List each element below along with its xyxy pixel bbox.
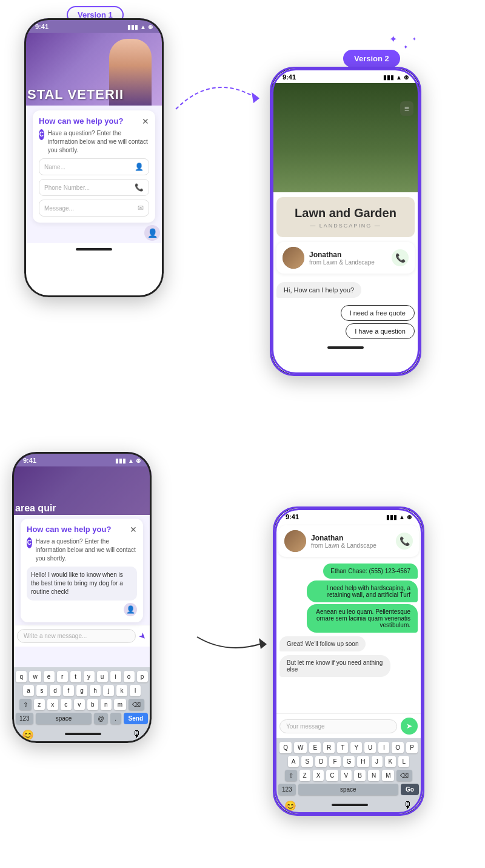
key4-X[interactable]: X [313, 770, 324, 781]
phone2-option1[interactable]: I need a free quote [341, 305, 415, 321]
version2-badge: Version 2 [343, 50, 400, 67]
phone4-msg3-row: Aenean eu leo quam. Pellentesque ornare … [275, 604, 423, 633]
key-q[interactable]: q [16, 671, 27, 682]
phone3-send-icon[interactable]: ➤ [137, 630, 149, 642]
phone4-row3: ⇧ Z X C V B N M ⌫ [277, 770, 420, 781]
key-shift[interactable]: ⇧ [19, 699, 32, 710]
key-r[interactable]: r [57, 671, 68, 682]
key4-T[interactable]: T [337, 742, 348, 753]
phone1-hero: STAL VETERII [24, 33, 164, 106]
key4-U[interactable]: U [364, 742, 376, 753]
phone1-vet-text: STAL VETERII [27, 87, 124, 103]
key4-shift[interactable]: ⇧ [285, 770, 297, 781]
key4-B[interactable]: B [354, 770, 366, 781]
key-space[interactable]: space [36, 713, 92, 724]
key-c[interactable]: c [61, 699, 72, 710]
key4-delete[interactable]: ⌫ [396, 770, 412, 781]
phone1-home [24, 243, 164, 255]
phone2-option2[interactable]: I have a question [346, 323, 415, 339]
phone4-bottom-icons: 😊 🎙 [275, 798, 423, 814]
key-dot[interactable]: . [110, 713, 121, 724]
phone1-name-input[interactable]: Name... 👤 [39, 158, 149, 175]
key-send[interactable]: Send [124, 713, 148, 724]
key-h[interactable]: h [90, 685, 101, 696]
key4-Q[interactable]: Q [279, 742, 292, 753]
key4-A[interactable]: A [288, 756, 299, 767]
key4-L[interactable]: L [398, 756, 409, 767]
key-x[interactable]: x [47, 699, 58, 710]
phone3-chat-widget: How can we help you? ✕ C Have a question… [21, 519, 143, 622]
key-m[interactable]: m [114, 699, 126, 710]
phone1-message-icon: ✉ [138, 204, 144, 212]
key-g[interactable]: g [76, 685, 87, 696]
key-f[interactable]: f [63, 685, 74, 696]
key-w[interactable]: w [29, 671, 41, 682]
phone4-msg5-row: But let me know if you need anthing else [275, 653, 423, 679]
key4-G[interactable]: G [343, 756, 355, 767]
key-k[interactable]: k [116, 685, 127, 696]
key4-P[interactable]: P [406, 742, 418, 753]
key-z[interactable]: z [34, 699, 45, 710]
key-j[interactable]: j [103, 685, 114, 696]
phone4-msg-input[interactable]: Your message [279, 719, 397, 733]
phone3-time: 9:41 [23, 457, 36, 464]
phone4-msg3: Aenean eu leo quam. Pellentesque ornare … [307, 604, 418, 633]
key4-H[interactable]: H [357, 756, 369, 767]
key4-go[interactable]: Go [401, 784, 419, 795]
phone3-message-bubble: Hello! I would like to know when is the … [27, 567, 137, 601]
phone3-write-input[interactable]: Write a new message... [17, 629, 136, 643]
key4-Z[interactable]: Z [299, 770, 310, 781]
key-u[interactable]: u [97, 671, 108, 682]
mic-icon[interactable]: 🎙 [132, 729, 142, 741]
key-a[interactable]: a [23, 685, 34, 696]
key-i[interactable]: i [110, 671, 121, 682]
key4-O[interactable]: O [392, 742, 404, 753]
key-delete[interactable]: ⌫ [129, 699, 144, 710]
phone3-close[interactable]: ✕ [130, 525, 137, 534]
phone4-send-btn[interactable]: ➤ [401, 718, 418, 735]
phone1-message-input[interactable]: Message... ✉ [39, 200, 149, 217]
key4-F[interactable]: F [329, 756, 340, 767]
key-o[interactable]: o [124, 671, 135, 682]
key4-R[interactable]: R [323, 742, 335, 753]
key4-J[interactable]: J [372, 756, 383, 767]
svg-marker-0 [252, 92, 259, 103]
phone1-close[interactable]: ✕ [142, 116, 149, 126]
key4-E[interactable]: E [309, 742, 321, 753]
key4-C[interactable]: C [326, 770, 338, 781]
key-d[interactable]: d [50, 685, 61, 696]
phone1-c-icon: C [39, 129, 44, 140]
phone1-phone-input[interactable]: Phone Number... 📞 [39, 179, 149, 196]
phone4-call-icon[interactable]: 📞 [396, 533, 413, 550]
phone3-avatar-row: 👤 [27, 603, 137, 616]
key4-V[interactable]: V [341, 770, 352, 781]
phone4-emoji-icon[interactable]: 😊 [284, 800, 296, 812]
emoji-icon[interactable]: 😊 [22, 729, 34, 741]
key-b[interactable]: b [87, 699, 98, 710]
phone4-mic-icon[interactable]: 🎙 [403, 800, 413, 812]
key4-W[interactable]: W [294, 742, 307, 753]
phone3-hero: area quir [12, 466, 152, 515]
key-s[interactable]: s [36, 685, 47, 696]
key-n[interactable]: n [101, 699, 112, 710]
phone2-call-icon[interactable]: 📞 [392, 249, 409, 266]
key4-I[interactable]: I [378, 742, 389, 753]
key4-M[interactable]: M [382, 770, 394, 781]
key-v[interactable]: v [74, 699, 85, 710]
key-y[interactable]: y [84, 671, 95, 682]
key4-S[interactable]: S [301, 756, 313, 767]
key-t[interactable]: t [70, 671, 81, 682]
key-123[interactable]: 123 [16, 713, 33, 724]
key-e[interactable]: e [44, 671, 55, 682]
phone3-status-icons: ▮▮▮▲⊛ [115, 457, 141, 464]
key4-space[interactable]: space [298, 784, 398, 795]
phone2-hamburger[interactable]: ≡ [400, 101, 413, 116]
key4-K[interactable]: K [385, 756, 396, 767]
key4-123[interactable]: 123 [278, 784, 296, 795]
key-p[interactable]: p [137, 671, 148, 682]
key-at[interactable]: @ [94, 713, 107, 724]
key-l[interactable]: l [130, 685, 141, 696]
key4-Y[interactable]: Y [350, 742, 362, 753]
key4-N[interactable]: N [368, 770, 380, 781]
key4-D[interactable]: D [315, 756, 327, 767]
